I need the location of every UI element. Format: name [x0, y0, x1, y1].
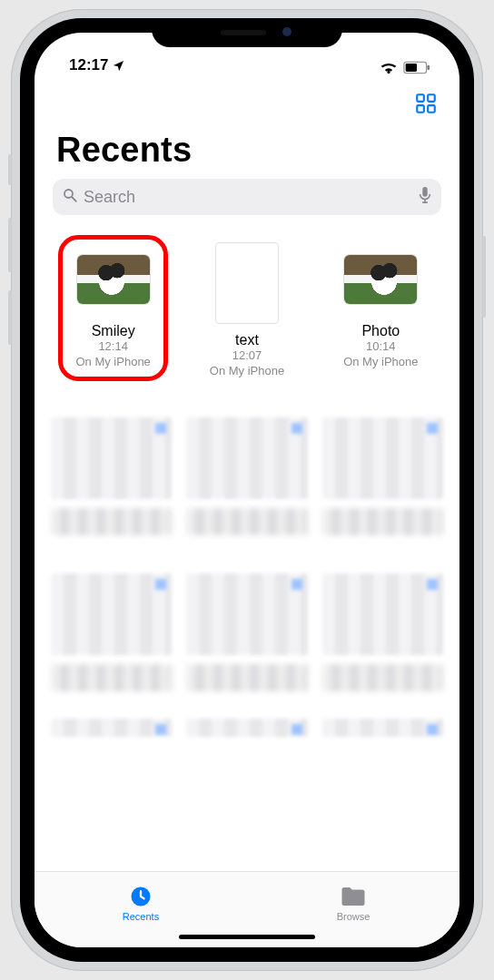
redacted-thumbnail [186, 719, 307, 737]
tab-label: Recents [123, 911, 159, 922]
redacted-thumbnail [186, 573, 307, 655]
magnifier-icon [62, 187, 78, 207]
svg-rect-2 [427, 65, 430, 70]
file-location: On My iPhone [210, 364, 284, 379]
file-thumbnail [344, 255, 417, 304]
power-button [482, 236, 486, 318]
file-time: 12:14 [98, 339, 128, 355]
svg-rect-4 [428, 94, 435, 102]
device-frame: 12:17 [11, 9, 483, 971]
file-item-smiley[interactable]: Smiley 12:14 On My iPhone [51, 237, 175, 379]
redacted-thumbnail [322, 417, 443, 499]
redacted-text [186, 664, 307, 691]
file-time: 12:07 [232, 348, 262, 364]
view-toggle-button[interactable] [414, 92, 438, 115]
svg-rect-1 [406, 64, 417, 72]
redacted-thumbnail [186, 417, 307, 499]
clock-icon [128, 884, 153, 909]
search-input[interactable] [78, 188, 418, 207]
svg-rect-9 [422, 187, 427, 197]
file-thumbnail [215, 242, 279, 324]
redacted-text [322, 508, 443, 535]
file-location: On My iPhone [75, 355, 150, 370]
file-thumbnail [77, 255, 150, 304]
search-field[interactable] [53, 179, 441, 215]
redacted-text [51, 508, 172, 535]
device-bezel: 12:17 [20, 18, 474, 962]
file-name: Smiley [92, 322, 135, 339]
notch [152, 18, 342, 47]
redacted-row [51, 573, 443, 655]
svg-rect-3 [417, 94, 424, 102]
redacted-captions [51, 664, 443, 691]
battery-icon [403, 61, 430, 74]
grid-icon [414, 92, 438, 115]
microphone-icon[interactable] [418, 186, 432, 208]
folder-icon [340, 884, 367, 909]
redacted-row [51, 719, 443, 737]
file-name: text [235, 331, 259, 348]
location-arrow-icon [112, 59, 125, 73]
file-name: Photo [361, 322, 400, 339]
page-title: Recents [35, 131, 459, 179]
redacted-thumbnail [322, 719, 443, 737]
wifi-icon [380, 61, 398, 74]
volume-up-button [8, 218, 12, 272]
redacted-text [51, 664, 172, 691]
nav-bar [35, 76, 459, 131]
svg-rect-5 [417, 105, 424, 113]
redacted-captions [51, 508, 443, 535]
redacted-text [322, 664, 443, 691]
redacted-thumbnail [51, 573, 172, 655]
redacted-row [51, 417, 443, 499]
mute-switch [8, 154, 12, 185]
screen: 12:17 [35, 33, 459, 947]
content-area: Smiley 12:14 On My iPhone text 12:07 On … [35, 228, 459, 871]
status-time: 12:17 [69, 56, 108, 74]
redacted-thumbnail [322, 573, 443, 655]
svg-rect-6 [428, 105, 435, 113]
svg-line-8 [72, 197, 76, 201]
tab-recents[interactable]: Recents [35, 872, 247, 933]
tab-browse[interactable]: Browse [247, 872, 459, 933]
file-location: On My iPhone [343, 355, 418, 370]
volume-down-button [8, 290, 12, 345]
redacted-thumbnail [51, 417, 172, 499]
file-grid: Smiley 12:14 On My iPhone text 12:07 On … [51, 237, 443, 379]
redacted-thumbnail [51, 719, 172, 737]
tab-label: Browse [337, 911, 370, 922]
home-indicator[interactable] [179, 935, 315, 939]
file-item-text[interactable]: text 12:07 On My iPhone [184, 237, 309, 379]
file-time: 10:14 [366, 339, 396, 355]
redacted-text [186, 508, 307, 535]
file-item-photo[interactable]: Photo 10:14 On My iPhone [319, 237, 443, 379]
